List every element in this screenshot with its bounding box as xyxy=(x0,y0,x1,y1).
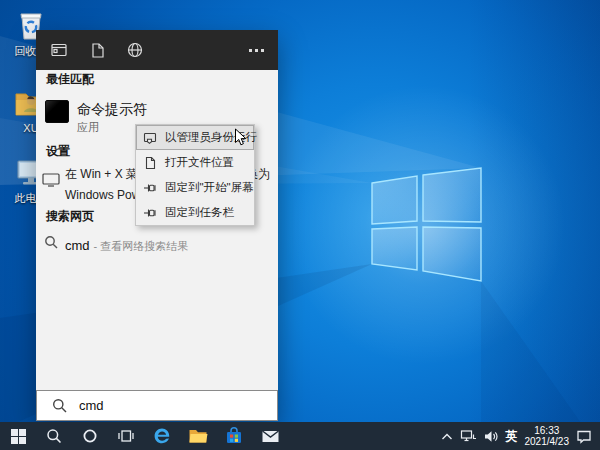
menu-item-pin-to-start[interactable]: 固定到"开始"屏幕 xyxy=(136,175,254,200)
start-button[interactable] xyxy=(0,422,36,450)
search-input-value: cmd xyxy=(79,398,104,413)
settings-header: 设置 xyxy=(46,143,70,160)
apps-filter-icon[interactable] xyxy=(50,41,68,59)
command-prompt-icon xyxy=(45,100,69,123)
store-button[interactable] xyxy=(216,422,252,450)
menu-item-pin-to-taskbar[interactable]: 固定到任务栏 xyxy=(136,200,254,225)
windows-logo-icon xyxy=(11,429,26,444)
web-query: cmd xyxy=(65,238,90,253)
cortana-button[interactable] xyxy=(72,422,108,450)
search-web-header: 搜索网页 xyxy=(46,208,94,225)
clock-date: 2021/4/23 xyxy=(525,436,570,447)
action-center-icon[interactable] xyxy=(576,429,592,444)
task-view-icon xyxy=(117,428,135,444)
display-settings-icon xyxy=(42,173,60,191)
volume-icon[interactable] xyxy=(484,430,499,443)
result-title: 命令提示符 xyxy=(77,101,147,119)
documents-filter-icon[interactable] xyxy=(88,41,106,59)
edge-icon xyxy=(152,426,172,446)
cortana-icon xyxy=(82,428,98,444)
result-subtitle: 应用 xyxy=(77,120,99,135)
show-hidden-icons-chevron[interactable] xyxy=(441,432,453,441)
web-filter-icon[interactable] xyxy=(126,41,144,59)
edge-button[interactable] xyxy=(144,422,180,450)
web-hint: - 查看网络搜索结果 xyxy=(94,240,189,252)
best-match-header: 最佳匹配 xyxy=(46,71,94,88)
clock-time: 16:33 xyxy=(525,425,570,436)
open-file-location-icon xyxy=(143,156,157,170)
taskbar-search-button[interactable] xyxy=(36,422,72,450)
search-filter-tabs xyxy=(36,30,278,70)
more-options-icon[interactable] xyxy=(249,49,264,52)
mouse-cursor xyxy=(234,128,247,147)
system-tray: 英 16:33 2021/4/23 xyxy=(441,422,600,450)
taskbar-clock[interactable]: 16:33 2021/4/23 xyxy=(525,425,570,447)
task-view-button[interactable] xyxy=(108,422,144,450)
search-icon xyxy=(52,398,67,413)
search-input[interactable]: cmd xyxy=(36,390,278,421)
mail-icon xyxy=(261,429,280,444)
mail-button[interactable] xyxy=(252,422,288,450)
run-as-admin-icon xyxy=(143,131,157,145)
taskbar: 英 16:33 2021/4/23 xyxy=(0,422,600,450)
pin-icon xyxy=(143,206,157,220)
network-icon[interactable] xyxy=(460,429,477,443)
search-icon xyxy=(46,428,62,444)
pin-icon xyxy=(143,181,157,195)
file-explorer-icon xyxy=(188,427,208,445)
store-icon xyxy=(224,426,244,446)
file-explorer-button[interactable] xyxy=(180,422,216,450)
ime-language-indicator[interactable]: 英 xyxy=(506,428,518,445)
search-icon xyxy=(44,235,58,253)
menu-item-open-file-location[interactable]: 打开文件位置 xyxy=(136,150,254,175)
